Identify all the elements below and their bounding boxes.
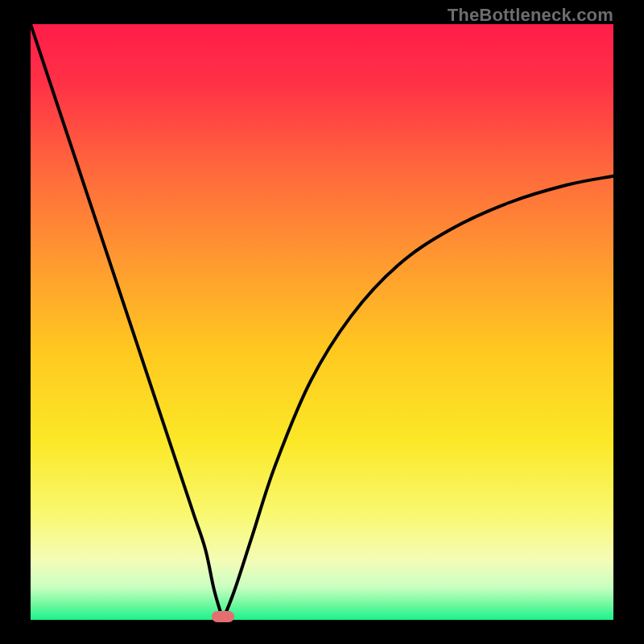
optimal-match-marker <box>212 611 234 622</box>
chart-frame: TheBottleneck.com <box>0 0 644 644</box>
bottleneck-curve <box>31 24 613 620</box>
plot-area <box>31 24 613 620</box>
watermark-text: TheBottleneck.com <box>448 5 613 26</box>
